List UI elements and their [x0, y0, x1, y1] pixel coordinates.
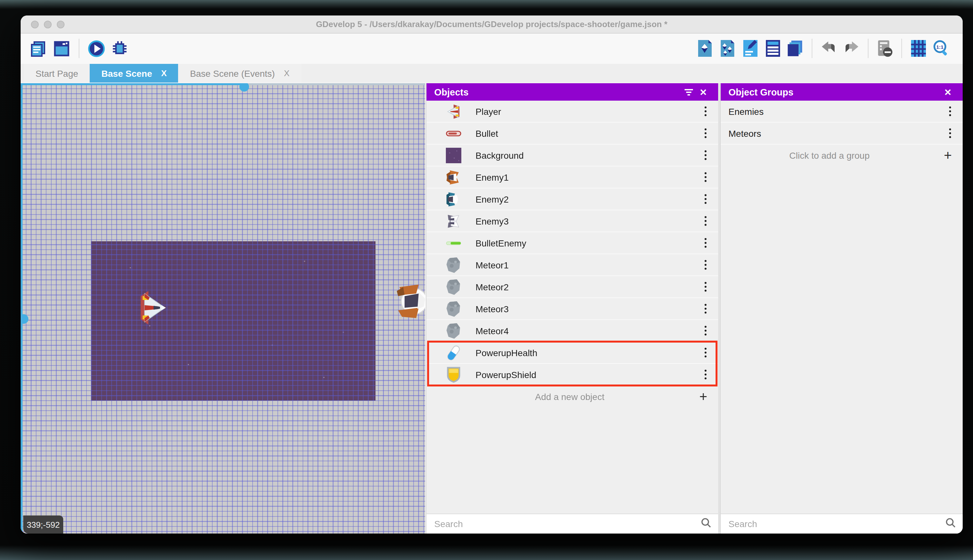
undo-icon[interactable]: [820, 39, 838, 58]
scene-objects-icon[interactable]: [696, 39, 714, 58]
close-tab-icon[interactable]: X: [161, 68, 167, 78]
editor-tabbar: Start Page Base SceneX Base Scene (Event…: [21, 64, 963, 83]
instances-icon[interactable]: [719, 39, 736, 58]
object-row-Meteor2[interactable]: Meteor2: [427, 276, 718, 298]
groups-searchbar: [721, 513, 963, 533]
object-name: PowerupShield: [475, 369, 536, 380]
vertical-scrollbar[interactable]: [21, 83, 23, 533]
object-name: Enemy2: [475, 194, 509, 204]
group-name: Enemies: [728, 106, 764, 117]
add-group-label: Click to add a group: [721, 150, 938, 161]
scene-canvas[interactable]: 339;-592: [21, 83, 425, 533]
filter-icon[interactable]: [682, 85, 696, 99]
shield-icon: [446, 366, 462, 383]
object-menu-icon[interactable]: [702, 104, 709, 119]
objects-panel-header: Objects ✕: [427, 83, 718, 101]
debug-icon[interactable]: [111, 39, 128, 58]
object-row-Meteor3[interactable]: Meteor3: [427, 298, 718, 320]
object-row-Meteor1[interactable]: Meteor1: [427, 254, 718, 276]
enemy-ship-sprite[interactable]: [397, 282, 425, 322]
objects-search-input[interactable]: [433, 518, 701, 530]
properties-icon[interactable]: [741, 39, 759, 58]
object-menu-icon[interactable]: [702, 279, 709, 294]
scene-background-rect[interactable]: [91, 241, 375, 401]
grid-icon[interactable]: [910, 39, 927, 58]
object-row-Enemy3[interactable]: Enemy3: [427, 210, 718, 232]
redo-icon[interactable]: [843, 39, 860, 58]
play-icon[interactable]: [88, 39, 105, 58]
object-row-Enemy2[interactable]: Enemy2: [427, 188, 718, 210]
layers-icon[interactable]: [786, 39, 804, 58]
group-menu-icon[interactable]: [946, 104, 954, 119]
object-name: PowerupHealth: [475, 347, 537, 358]
meteor-icon: [446, 300, 462, 317]
object-menu-icon[interactable]: [702, 213, 709, 228]
add-group-button[interactable]: Click to add a group +: [721, 145, 963, 167]
toolbar-separator: [868, 39, 868, 58]
object-name: Background: [475, 150, 523, 160]
tab-label: Base Scene (Events): [190, 68, 275, 78]
object-name: Enemy3: [475, 216, 509, 226]
close-panel-icon[interactable]: ✕: [696, 85, 710, 99]
tab-label: Base Scene: [101, 68, 152, 78]
object-row-Enemy1[interactable]: Enemy1: [427, 167, 718, 188]
object-menu-icon[interactable]: [702, 170, 709, 185]
group-row-Enemies[interactable]: Enemies: [721, 101, 963, 123]
object-menu-icon[interactable]: [702, 345, 709, 360]
object-menu-icon[interactable]: [702, 192, 709, 207]
object-name: Meteor4: [475, 325, 509, 336]
object-menu-icon[interactable]: [702, 367, 709, 382]
plus-icon: +: [694, 389, 713, 405]
horizontal-scrollbar[interactable]: [21, 83, 425, 85]
object-name: Enemy1: [475, 172, 509, 182]
enemy-orange-icon: [446, 169, 462, 185]
tab-label: Start Page: [35, 68, 78, 78]
objects-list-icon[interactable]: [764, 39, 781, 58]
toolbar-separator: [901, 39, 902, 58]
meteor-icon: [446, 257, 462, 273]
object-row-PowerupHealth[interactable]: PowerupHealth: [427, 342, 718, 364]
groups-panel-header: Object Groups ✕: [721, 83, 963, 101]
object-row-PowerupShield[interactable]: PowerupShield: [427, 364, 718, 386]
object-row-Bullet[interactable]: Bullet: [427, 123, 718, 145]
tab-base-scene[interactable]: Base SceneX: [90, 64, 178, 83]
object-row-Background[interactable]: Background: [427, 145, 718, 167]
objects-panel: Objects ✕ Player Bullet Background Enemy…: [426, 83, 718, 533]
object-menu-icon[interactable]: [702, 235, 709, 250]
object-row-BulletEnemy[interactable]: BulletEnemy: [427, 232, 718, 254]
title-bar: GDevelop 5 - /Users/dkarakay/Documents/G…: [21, 15, 963, 33]
toolbar-separator: [79, 39, 79, 58]
object-name: Bullet: [475, 128, 498, 138]
zoom-1-1-icon[interactable]: 1:1: [932, 39, 950, 58]
object-name: BulletEnemy: [475, 238, 526, 248]
preview-window-icon[interactable]: [53, 39, 70, 58]
vscroll-knob[interactable]: [21, 314, 28, 324]
window-title: GDevelop 5 - /Users/dkarakay/Documents/G…: [21, 15, 963, 33]
object-menu-icon[interactable]: [702, 323, 709, 338]
project-manager-icon[interactable]: [30, 39, 47, 58]
tab-start-page[interactable]: Start Page: [24, 64, 90, 83]
close-panel-icon[interactable]: ✕: [941, 85, 955, 99]
object-menu-icon[interactable]: [702, 301, 709, 316]
close-tab-icon[interactable]: X: [284, 68, 289, 78]
groups-search-input[interactable]: [727, 518, 945, 530]
tab-base-scene-events[interactable]: Base Scene (Events)X: [178, 64, 301, 83]
group-menu-icon[interactable]: [946, 126, 954, 141]
objects-searchbar: [427, 513, 718, 533]
add-object-label: Add a new object: [427, 392, 694, 402]
objects-panel-empty-area: [427, 408, 718, 513]
object-menu-icon[interactable]: [702, 126, 709, 141]
plus-icon: +: [938, 148, 958, 163]
object-row-Meteor4[interactable]: Meteor4: [427, 320, 718, 342]
player-ship-sprite[interactable]: [139, 290, 167, 326]
meteor-icon: [446, 322, 462, 339]
object-menu-icon[interactable]: [702, 257, 709, 272]
group-row-Meteors[interactable]: Meteors: [721, 123, 963, 145]
object-menu-icon[interactable]: [702, 148, 709, 163]
hscroll-knob[interactable]: [239, 83, 249, 92]
object-row-Player[interactable]: Player: [427, 101, 718, 123]
add-object-button[interactable]: Add a new object +: [427, 386, 718, 408]
mask-toggle-icon[interactable]: [876, 39, 894, 58]
object-name: Meteor3: [475, 303, 509, 314]
meteor-icon: [446, 278, 462, 295]
